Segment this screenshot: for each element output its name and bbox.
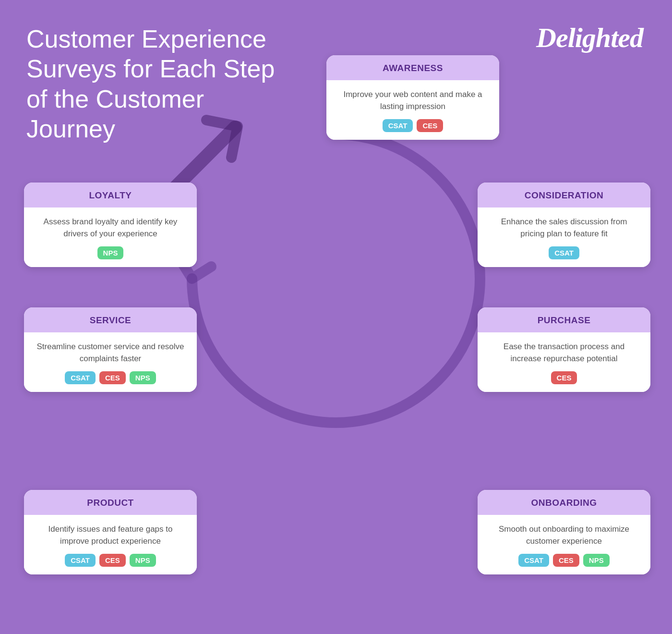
badge-csat: CSAT [65,371,96,384]
card-consideration-header: CONSIDERATION [478,183,650,207]
card-loyalty-description: Assess brand loyalty and identify key dr… [35,216,186,240]
card-service-title: SERVICE [90,315,132,325]
card-onboarding-badges: CSAT CES NPS [488,554,640,567]
card-purchase-title: PURCHASE [538,315,591,325]
badge-csat: CSAT [549,246,579,259]
card-consideration-badges: CSAT [488,246,640,259]
card-onboarding-title: ONBOARDING [531,498,597,508]
badge-csat: CSAT [383,119,413,132]
badge-nps: NPS [130,371,156,384]
card-product-title: PRODUCT [87,498,133,508]
badge-ces: CES [99,371,126,384]
card-purchase-badges: CES [488,371,640,384]
card-awareness-body: Improve your web content and make a last… [326,80,499,140]
badge-nps: NPS [130,554,156,567]
card-service: SERVICE Streamline customer service and … [24,307,197,392]
badge-nps: NPS [97,246,124,259]
badge-ces: CES [417,119,443,132]
card-awareness-description: Improve your web content and make a last… [337,89,489,112]
card-consideration-body: Enhance the sales discussion from pricin… [478,207,650,267]
card-awareness-badges: CSAT CES [337,119,489,132]
card-onboarding-header: ONBOARDING [478,490,650,515]
card-loyalty-badges: NPS [35,246,186,259]
main-title: Customer Experience Surveys for Each Ste… [26,24,295,144]
card-service-body: Streamline customer service and resolve … [24,332,197,392]
logo: Delighted [536,22,643,54]
badge-nps: NPS [583,554,610,567]
badge-ces: CES [99,554,126,567]
card-product-body: Identify issues and feature gaps to impr… [24,515,197,574]
card-product: PRODUCT Identify issues and feature gaps… [24,490,197,574]
card-product-badges: CSAT CES NPS [35,554,186,567]
card-consideration-description: Enhance the sales discussion from pricin… [488,216,640,240]
badge-csat: CSAT [65,554,96,567]
card-onboarding: ONBOARDING Smooth out onboarding to maxi… [478,490,650,574]
card-purchase-header: PURCHASE [478,307,650,332]
card-product-description: Identify issues and feature gaps to impr… [35,524,186,547]
circular-flow-arrow [154,96,518,461]
card-service-badges: CSAT CES NPS [35,371,186,384]
card-service-description: Streamline customer service and resolve … [35,341,186,365]
badge-csat: CSAT [518,554,549,567]
card-onboarding-description: Smooth out onboarding to maximize custom… [488,524,640,547]
card-consideration: CONSIDERATION Enhance the sales discussi… [478,183,650,267]
badge-ces: CES [553,554,579,567]
badge-ces: CES [551,371,577,384]
card-product-header: PRODUCT [24,490,197,515]
card-loyalty-body: Assess brand loyalty and identify key dr… [24,207,197,267]
card-awareness-header: AWARENESS [326,55,499,80]
card-loyalty-header: LOYALTY [24,183,197,207]
card-purchase-description: Ease the transaction process and increas… [488,341,640,365]
card-loyalty: LOYALTY Assess brand loyalty and identif… [24,183,197,267]
card-loyalty-title: LOYALTY [89,190,132,200]
card-purchase: PURCHASE Ease the transaction process an… [478,307,650,392]
card-awareness: AWARENESS Improve your web content and m… [326,55,499,140]
card-awareness-title: AWARENESS [383,63,443,73]
card-consideration-title: CONSIDERATION [525,190,603,200]
card-service-header: SERVICE [24,307,197,332]
card-onboarding-body: Smooth out onboarding to maximize custom… [478,515,650,574]
card-purchase-body: Ease the transaction process and increas… [478,332,650,392]
